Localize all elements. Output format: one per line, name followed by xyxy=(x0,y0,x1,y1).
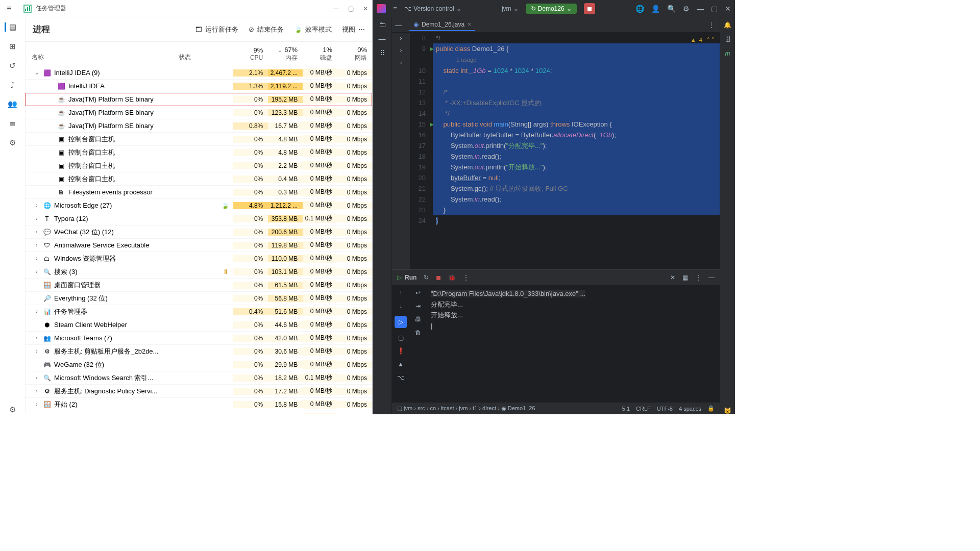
options-icon[interactable]: ⋮ xyxy=(695,274,701,281)
expand-chevron-icon[interactable]: › xyxy=(34,269,40,274)
more-icon[interactable]: ⋮ xyxy=(463,274,469,281)
table-row[interactable]: ›💬WeChat (32 位) (12)0%200.6 MB0 MB/秒0 Mb… xyxy=(26,226,372,239)
resume-icon[interactable]: ▷ xyxy=(395,316,407,328)
table-row[interactable]: 🟪IntelliJ IDEA1.3%2,119.2 ...0 MB/秒0 Mbp… xyxy=(26,80,372,93)
project-tool-icon[interactable]: 🗀 xyxy=(379,20,386,29)
maximize-button[interactable]: ▢ xyxy=(348,5,354,12)
search-icon[interactable]: 🔍 xyxy=(667,5,676,13)
table-row[interactable]: ▣控制台窗口主机0%4.8 MB0 MB/秒0 Mbps xyxy=(26,146,372,159)
expand-chevron-icon[interactable]: › xyxy=(34,348,40,354)
expand-chevron-icon[interactable]: › xyxy=(34,216,40,221)
rail-performance-icon[interactable]: ⊞ xyxy=(9,42,16,51)
col-mem-header[interactable]: ⌄67%内存 xyxy=(268,42,303,66)
expand-chevron-icon[interactable]: › xyxy=(34,309,40,314)
lock-icon[interactable]: 🔒 xyxy=(707,405,715,412)
table-row[interactable]: 🔎Everything (32 位)0%56.8 MB0 MB/秒0 Mbps xyxy=(26,292,372,305)
efficiency-mode-button[interactable]: 🍃 效率模式 xyxy=(294,25,332,34)
table-row[interactable]: 🎮WeGame (32 位)0%29.9 MB0 MB/秒0 Mbps xyxy=(26,358,372,371)
breakpoint-gutter[interactable]: › › › xyxy=(392,33,410,269)
col-name-header[interactable]: 名称 xyxy=(26,42,179,66)
close-button[interactable]: ✕ xyxy=(363,5,368,12)
down-icon[interactable]: ↓ xyxy=(399,303,402,310)
expand-chevron-icon[interactable]: › xyxy=(34,388,40,394)
project-selector[interactable]: jvm ⌄ xyxy=(502,5,519,12)
database-icon[interactable]: 🗄 xyxy=(725,36,731,43)
close-icon[interactable]: ✕ xyxy=(725,5,731,13)
stop-button[interactable]: ◼ xyxy=(584,3,595,14)
table-row[interactable]: ▣控制台窗口主机0%0.4 MB0 MB/秒0 Mbps xyxy=(26,172,372,186)
tab-close-icon[interactable]: × xyxy=(468,21,471,28)
code-editor[interactable]: ▲ 4 ˄ ˅ 8*/▶9public class Demo1_26 {1 us… xyxy=(410,33,720,269)
table-row[interactable]: ▣控制台窗口主机0%4.8 MB0 MB/秒0 Mbps xyxy=(26,133,372,146)
file-encoding[interactable]: UTF-8 xyxy=(657,406,673,412)
table-row[interactable]: ⌄🟪IntelliJ IDEA (9)2.1%2,467.2 ...0 MB/秒… xyxy=(26,66,372,80)
table-row[interactable]: 🪟桌面窗口管理器0%61.5 MB0 MB/秒0 Mbps xyxy=(26,279,372,292)
table-row[interactable]: ›🔍搜索 (3)⏸0%103.1 MB0 MB/秒0 Mbps xyxy=(26,265,372,279)
process-list[interactable]: ⌄🟪IntelliJ IDEA (9)2.1%2,467.2 ...0 MB/秒… xyxy=(26,66,372,414)
run-tab[interactable]: ▷Run xyxy=(397,274,416,281)
tab-more-icon[interactable]: ⋮ xyxy=(708,21,715,29)
warn-tool-icon[interactable]: ❗ xyxy=(397,347,405,355)
run-new-task-button[interactable]: 🗔 运行新任务 xyxy=(195,25,238,34)
console-output[interactable]: "D:\Program Files\Java\jdk1.8.0_333\bin\… xyxy=(427,285,720,402)
table-row[interactable]: ⬢Steam (32 位)0%15.4 MB0.1 MB/秒0 Mbps xyxy=(26,411,372,414)
col-net-header[interactable]: 0%网络 xyxy=(337,42,372,66)
col-disk-header[interactable]: 1%磁盘 xyxy=(303,42,337,66)
table-row[interactable]: ›👥Microsoft Teams (7)0%42.0 MB0 MB/秒0 Mb… xyxy=(26,332,372,345)
expand-chevron-icon[interactable]: › xyxy=(34,402,40,407)
minimize-button[interactable]: — xyxy=(333,5,339,12)
run-config-button[interactable]: ↻ Demo126 ⌄ xyxy=(526,4,577,14)
col-cpu-header[interactable]: 9%CPU xyxy=(233,42,268,66)
maximize-icon[interactable]: ▢ xyxy=(711,5,718,13)
vcs-widget[interactable]: ⌥ Version control ⌄ xyxy=(404,5,461,12)
rail-settings-icon[interactable]: ⚙ xyxy=(9,405,16,414)
expand-chevron-icon[interactable]: › xyxy=(34,335,40,341)
hamburger-icon[interactable]: ≡ xyxy=(4,4,14,13)
minimize-tool-icon[interactable]: — xyxy=(395,21,402,29)
table-row[interactable]: 🗎Filesystem events processor0%0.3 MB0 MB… xyxy=(26,186,372,199)
stop-run-icon[interactable]: ◼ xyxy=(436,274,441,281)
caret-position[interactable]: 5:1 xyxy=(622,406,630,412)
debug-icon[interactable]: 🐞 xyxy=(448,274,456,281)
table-row[interactable]: ☕Java(TM) Platform SE binary0.8%16.7 MB0… xyxy=(26,119,372,133)
col-status-header[interactable]: 状态 xyxy=(179,42,234,66)
expand-icon[interactable]: › xyxy=(400,47,402,54)
rail-history-icon[interactable]: ↺ xyxy=(9,61,16,70)
wrap-icon[interactable]: ↩ xyxy=(415,289,421,296)
inspection-widget[interactable]: ▲ 4 ˄ ˅ xyxy=(691,35,715,45)
trash-icon[interactable]: 🗑 xyxy=(415,329,421,336)
rail-services-icon[interactable]: ⚙ xyxy=(9,138,16,147)
view-button[interactable]: 视图 ⋯ xyxy=(342,25,365,34)
table-row[interactable]: ›📊任务管理器0.4%51.6 MB0 MB/秒0 Mbps xyxy=(26,305,372,318)
collapse-icon[interactable]: — xyxy=(379,35,386,43)
table-row[interactable]: ›🛡Antimalware Service Executable0%119.8 … xyxy=(26,239,372,252)
structure-tool-icon[interactable]: ⠿ xyxy=(380,49,385,57)
table-row[interactable]: ☕Java(TM) Platform SE binary0%123.3 MB0 … xyxy=(26,106,372,119)
print-icon[interactable]: 🖶 xyxy=(415,316,421,323)
minimize-icon[interactable]: — xyxy=(697,5,704,13)
table-row[interactable]: ›⚙服务主机: 剪贴板用户服务_2b2de...0%30.6 MB0 MB/秒0… xyxy=(26,345,372,358)
code-with-me-icon[interactable]: 👤 xyxy=(651,5,660,13)
rail-processes-icon[interactable]: ▤ xyxy=(5,22,16,32)
expand-chevron-icon[interactable]: › xyxy=(34,375,40,381)
close-run-icon[interactable]: ✕ xyxy=(670,274,675,281)
rail-startup-icon[interactable]: ⤴ xyxy=(11,81,15,89)
maven-icon[interactable]: m xyxy=(725,50,730,57)
breadcrumbs[interactable]: ▢ jvm › src › cn › itcast › jvm › t1 › d… xyxy=(397,405,535,412)
settings-icon[interactable]: ⚙ xyxy=(683,5,690,13)
line-separator[interactable]: CRLF xyxy=(636,406,651,412)
expand-chevron-icon[interactable]: ⌄ xyxy=(34,70,40,76)
table-row[interactable]: ▣控制台窗口主机0%2.2 MB0 MB/秒0 Mbps xyxy=(26,159,372,172)
vcs-tool-icon[interactable]: ⌥ xyxy=(397,374,404,381)
rail-users-icon[interactable]: 👥 xyxy=(8,99,17,109)
table-row[interactable]: ›⚙服务主机: Diagnostic Policy Servi...0%17.2… xyxy=(26,385,372,398)
rail-details-icon[interactable]: ≣ xyxy=(9,119,16,128)
end-task-button[interactable]: ⊘ 结束任务 xyxy=(249,25,284,34)
table-row[interactable]: ›🔍Microsoft Windows Search 索引...0%18.2 M… xyxy=(26,371,372,385)
translate-icon[interactable]: 🌐 xyxy=(635,5,644,13)
expand-chevron-icon[interactable]: › xyxy=(34,229,40,235)
table-row[interactable]: ⬢Steam Client WebHelper0%44.6 MB0 MB/秒0 … xyxy=(26,318,372,332)
expand-icon[interactable]: › xyxy=(400,35,402,42)
table-row[interactable]: ☕Java(TM) Platform SE binary0%195.2 MB0 … xyxy=(26,93,372,106)
main-menu-icon[interactable]: ≡ xyxy=(393,5,397,13)
